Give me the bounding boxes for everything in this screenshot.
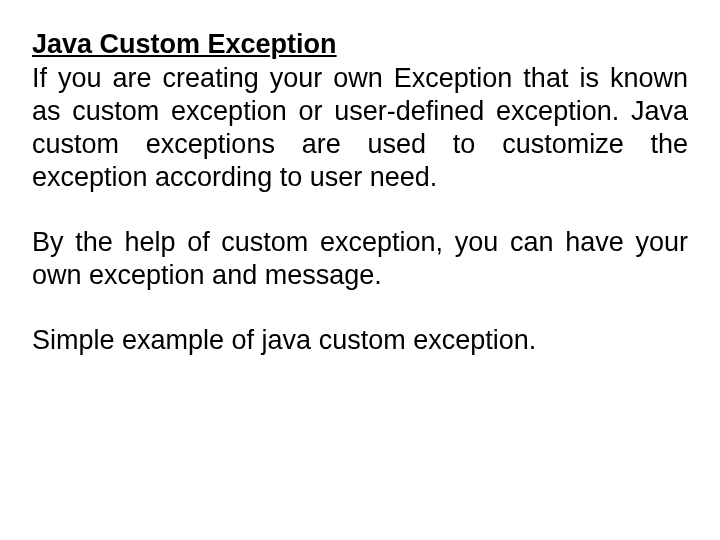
paragraph-2: By the help of custom exception, you can…	[32, 226, 688, 292]
paragraph-3: Simple example of java custom exception.	[32, 324, 688, 357]
heading: Java Custom Exception	[32, 28, 688, 60]
paragraph-1: If you are creating your own Exception t…	[32, 62, 688, 194]
